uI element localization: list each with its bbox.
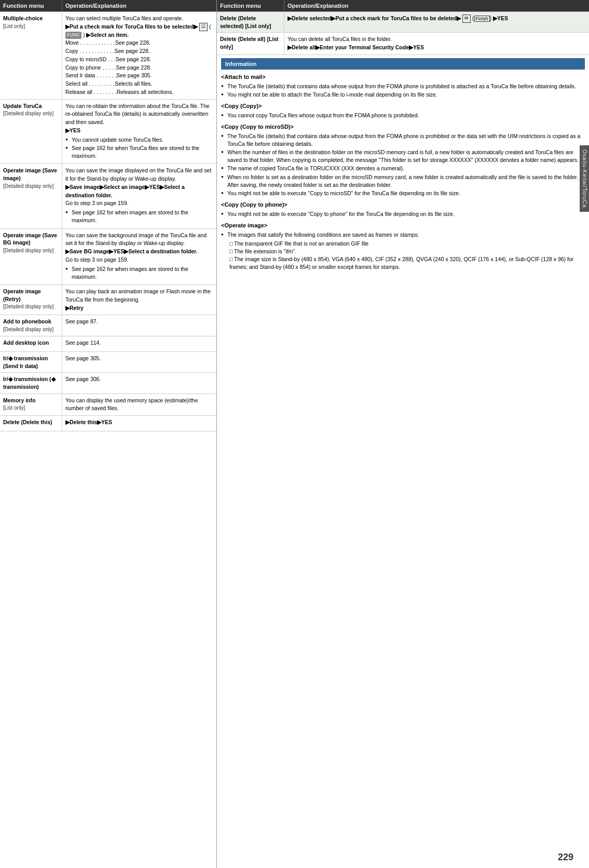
op-text: See page 305. (65, 355, 213, 363)
op-text: See page 87. (65, 318, 213, 326)
op-text: See page 114. (65, 339, 213, 347)
op-delete-this: ▶Delete this▶YES (62, 416, 216, 431)
list-item: See page 162 for when images are stored … (65, 265, 213, 281)
table-row: Delete (Delete selected) [List only] ▶De… (217, 12, 589, 33)
op-text: You can re-obtain the information about … (65, 102, 213, 127)
op-sequence: ▶Save image▶Select an image▶YES▶Select a… (65, 183, 213, 200)
func-label-delete-all: Delete (Delete all) [List only] (217, 33, 284, 55)
finish-button: Finish (474, 16, 490, 22)
info-subheader-operate-image: <Operate image> (221, 221, 585, 230)
bullet-list: You cannot copy ToruCa files whose outpu… (221, 112, 585, 119)
dotted-items: Move . . . . . . . . . . . . See page 22… (65, 39, 213, 96)
table-row: Operate image (Save image) [Detailed dis… (0, 164, 216, 228)
op-memory-info: You can display the used memory space (e… (62, 394, 216, 416)
table-row: Add desktop icon See page 114. (0, 336, 216, 352)
op-sequence: ▶Delete this▶YES (65, 418, 213, 427)
dotted-item: Copy to phone . . . . . See page 228. (65, 64, 213, 72)
op-intro: You can select multiple ToruCa files and… (65, 15, 213, 23)
table-row: Operate image (Save BG image) [Detailed … (0, 229, 216, 285)
func-label-add-phonebook: Add to phonebook [Detailed display only] (0, 315, 62, 336)
op-delete-selected: ▶Delete selected▶Put a check mark for To… (284, 12, 589, 32)
list-item: When the number of files in the destinat… (221, 148, 585, 164)
bullet-list: The ToruCa file (details) that contains … (221, 132, 585, 198)
func-label-multiple-choice: Multiple-choice [List only] (0, 12, 62, 99)
op-add-desktop: See page 114. (62, 336, 216, 351)
left-header-op: Operation/Explanation (62, 0, 216, 11)
dotted-item: Select all . . . . . . . . . Selects all… (65, 80, 213, 88)
op-instruction: ▶Put a check mark for ToruCa files to be… (65, 23, 213, 39)
dotted-item: Move . . . . . . . . . . . . See page 22… (65, 39, 213, 47)
envelope-icon: ✉ (462, 15, 471, 23)
check-icon: ☑ (199, 23, 208, 31)
info-subheader-copy: <Copy (Copy)> (221, 102, 585, 111)
op-add-phonebook: See page 87. (62, 315, 216, 336)
op-multiple-choice: You can select multiple ToruCa files and… (62, 12, 216, 99)
list-item: See page 162 for when images are stored … (65, 209, 213, 224)
op-sequence: ▶Retry (65, 304, 213, 313)
list-item: The name of copied ToruCa file is TORUCX… (221, 165, 585, 172)
dotted-item: Copy to microSD . . . See page 228. (65, 56, 213, 64)
dotted-item: Send Ir data . . . . . . . See page 305. (65, 72, 213, 80)
op-text: You can play back an animation image or … (65, 288, 213, 304)
info-subheader-copy-microsd: <Copy (Copy to microSD)> (221, 123, 585, 131)
list-item: You cannot update some ToruCa files. (65, 136, 213, 144)
right-header-func: Function menu (217, 0, 284, 11)
func-button: FUNC (65, 32, 81, 39)
func-label-delete-selected: Delete (Delete selected) [List only] (217, 12, 284, 32)
list-item: The images that satisfy the following co… (221, 231, 585, 272)
op-text: You can delete all ToruCa files in the f… (287, 35, 586, 44)
left-table-header: Function menu Operation/Explanation (0, 0, 216, 12)
op-delete-all: You can delete all ToruCa files in the f… (284, 33, 589, 55)
op-ir-send: See page 305. (62, 352, 216, 372)
func-label-save-image: Operate image (Save image) [Detailed dis… (0, 164, 62, 228)
bullet-list: You might not be able to execute "Copy t… (221, 210, 585, 218)
op-retry: You can play back an animation image or … (62, 285, 216, 315)
func-label-delete-this: Delete (Delete this) (0, 416, 62, 431)
side-tab: Osaitu-Keitai/ToruCa (580, 145, 589, 212)
sub-condition: □ The image size is Stand-by (480 x 854)… (227, 255, 585, 271)
list-item: You might not be able to execute "Copy t… (221, 210, 585, 218)
list-item: The ToruCa file (details) that contains … (221, 83, 585, 90)
op-text: You can save the image displayed on the … (65, 167, 213, 183)
info-area: Information <Attach to mail> The ToruCa … (217, 55, 589, 276)
op-goto: Go to step 3 on page 159. (65, 199, 213, 208)
list-item: When no folder is set as a destination f… (221, 173, 585, 189)
table-row: Delete (Delete all) [List only] You can … (217, 33, 589, 55)
info-header: Information (221, 58, 585, 70)
func-label-add-desktop: Add desktop icon (0, 336, 62, 351)
right-table-header: Function menu Operation/Explanation (217, 0, 589, 12)
func-label-save-bg: Operate image (Save BG image) [Detailed … (0, 229, 62, 284)
op-text: You can display the used memory space (e… (65, 397, 213, 413)
info-subheader-copy-phone: <Copy (Copy to phone)> (221, 200, 585, 209)
list-item: You might not be able to execute "Copy t… (221, 189, 585, 197)
sub-condition: □ The file extension is "ifm". (227, 248, 585, 255)
op-sequence: ▶Delete all▶Enter your Terminal Security… (287, 44, 586, 52)
bullet-list: See page 162 for when images are stored … (65, 209, 213, 224)
op-goto: Go to step 3 on page 159. (65, 256, 213, 264)
bullet-list: The ToruCa file (details) that contains … (221, 83, 585, 99)
bullet-list: The images that satisfy the following co… (221, 231, 585, 272)
info-subheader-attach: <Attach to mail> (221, 73, 585, 82)
func-label-ir-trans: Ir/◆ transmission (◆ transmission) (0, 373, 62, 393)
func-label-memory-info: Memory info [List only] (0, 394, 62, 416)
right-column: Function menu Operation/Explanation Dele… (217, 0, 589, 868)
func-label-ir-send: Ir/◆ transmission (Send Ir data) (0, 352, 62, 372)
dotted-item: Release all . . . . . . . . Releases all… (65, 88, 213, 97)
op-text: You can save the background image of the… (65, 232, 213, 248)
op-yes: ▶YES (65, 127, 213, 135)
right-header-op: Operation/Explanation (284, 0, 589, 11)
list-item: The ToruCa file (details) that contains … (221, 132, 585, 148)
op-save-bg: You can save the background image of the… (62, 229, 216, 284)
func-label-update: Update ToruCa [Detailed display only] (0, 100, 62, 164)
page-number: 229 (558, 852, 573, 863)
op-ir-trans: See page 306. (62, 373, 216, 393)
op-update: You can re-obtain the information about … (62, 100, 216, 164)
table-row: Update ToruCa [Detailed display only] Yo… (0, 100, 216, 165)
table-row: Memory info [List only] You can display … (0, 394, 216, 416)
bullet-list: You cannot update some ToruCa files. See… (65, 136, 213, 160)
table-row: Ir/◆ transmission (◆ transmission) See p… (0, 373, 216, 394)
dotted-item: Copy . . . . . . . . . . . . See page 22… (65, 47, 213, 56)
left-header-func: Function menu (0, 0, 62, 11)
table-row: Ir/◆ transmission (Send Ir data) See pag… (0, 352, 216, 373)
table-row: Multiple-choice [List only] You can sele… (0, 12, 216, 100)
